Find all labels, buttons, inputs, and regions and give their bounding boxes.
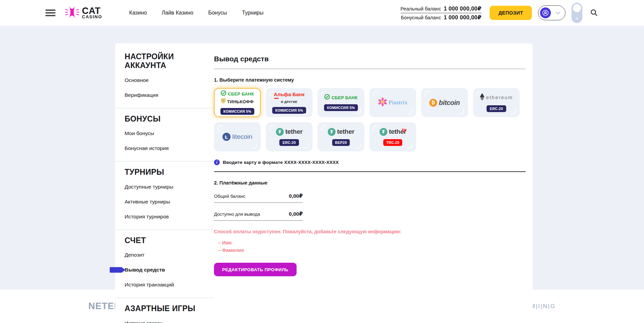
hamburger-menu-icon[interactable] xyxy=(45,8,56,18)
network-badge: BEP20 xyxy=(332,139,350,146)
bonus-balance-row: Бонусный баланс 1 000 000,00₽ xyxy=(401,13,481,22)
profile-menu-button[interactable] xyxy=(538,5,565,20)
warning-text: Способ оплаты недоступен. Пожалуйста, до… xyxy=(214,229,525,234)
chevron-down-icon xyxy=(556,10,560,16)
info-note-text: Вводите карту в формате XXXX-XXXX-XXXX-X… xyxy=(223,160,339,165)
sidebar-item-bet-history[interactable]: История ставок xyxy=(125,316,207,323)
payment-method-sber-bank[interactable]: СБЕР БАНК КОМИССИЯ 5% xyxy=(318,88,364,117)
payment-unavailable-warning: Способ оплаты недоступен. Пожалуйста, до… xyxy=(214,229,525,254)
commission-badge: КОМИССИЯ 5% xyxy=(220,108,255,115)
card-format-note: i Вводите карту в формате XXXX-XXXX-XXXX… xyxy=(214,159,525,165)
sber-check-icon xyxy=(324,94,330,101)
tron-icon xyxy=(402,128,407,134)
warning-item-last-name: – Фамилия xyxy=(218,246,525,254)
commission-badge: КОМИССИЯ 5% xyxy=(324,104,358,111)
sidebar-item-deposit[interactable]: Депозит xyxy=(125,247,207,262)
commission-badge: КОМИССИЯ 5% xyxy=(272,107,306,114)
litecoin-icon: Ł xyxy=(222,133,231,141)
tether-icon: ₮ xyxy=(328,128,336,136)
sidebar-item-bonus-history[interactable]: Бонусная история xyxy=(125,141,207,156)
sun-icon: ☀ xyxy=(575,17,579,21)
nav-item-tournaments[interactable]: Турниры xyxy=(242,10,264,16)
sidebar-item-available-tournaments[interactable]: Доступные турниры xyxy=(125,179,207,194)
piastrix-flower-icon xyxy=(378,98,387,108)
network-badge: ERC-20 xyxy=(279,139,299,146)
sidebar-item-my-bonuses[interactable]: Мои бонусы xyxy=(125,126,207,141)
step2-label: 2. Платёжные данные xyxy=(214,180,525,186)
total-balance-label: Общий баланс xyxy=(214,194,245,199)
payment-method-sber-tinkoff[interactable]: СБЕР БАНК ТИНЬКОФФ КОМИССИЯ 5% xyxy=(214,88,261,117)
payment-label: Piastrix xyxy=(389,99,408,106)
top-header: CAT CASINO Казино Лайв Казино Бонусы Тур… xyxy=(0,0,644,26)
sidebar-section-tournaments: ТУРНИРЫ Доступные турниры Активные турни… xyxy=(115,162,214,226)
cat-casino-logo[interactable]: CAT CASINO xyxy=(65,5,102,20)
available-balance-label: Доступно для вывода xyxy=(214,212,260,217)
header-right: Реальный баланс 1 000 000,00₽ Бонусный б… xyxy=(401,3,599,23)
sidebar-item-withdrawal[interactable]: Вывод средств xyxy=(125,262,207,277)
page-body: НАСТРОЙКИ АККАУНТА Основное Верификация … xyxy=(0,26,644,289)
sidebar-item-verification[interactable]: Верификация xyxy=(125,88,207,103)
payment-method-ethereum[interactable]: ethereum ERC-20 xyxy=(473,88,520,117)
payment-method-alfa-bank[interactable]: Альфа Банк И ДРУГИЕ КОМИССИЯ 5% xyxy=(266,88,313,117)
nav-item-bonuses[interactable]: Бонусы xyxy=(208,10,227,16)
payment-method-piastrix[interactable]: Piastrix xyxy=(369,88,416,117)
sidebar-section-gambling: АЗАРТНЫЕ ИГРЫ История ставок xyxy=(115,298,214,323)
balance-summary: Общий баланс 0,00₽ Доступно для вывода 0… xyxy=(214,193,303,221)
payment-label: ethereum xyxy=(486,95,513,100)
account-card: НАСТРОЙКИ АККАУНТА Основное Верификация … xyxy=(115,43,533,323)
ethereum-icon xyxy=(480,93,485,102)
payment-label: СБЕР БАНК xyxy=(228,91,254,96)
payment-label: ТИНЬКОФФ xyxy=(227,99,254,104)
available-balance-value: 0,00₽ xyxy=(289,211,303,217)
section-title: АЗАРТНЫЕ ИГРЫ xyxy=(125,304,196,313)
total-balance-value: 0,00₽ xyxy=(289,193,303,199)
sidebar-item-tournament-history[interactable]: История турниров xyxy=(125,209,207,224)
real-balance-label: Реальный баланс xyxy=(401,6,441,12)
info-icon: i xyxy=(214,159,220,165)
payment-method-tether-erc20[interactable]: ₮ tether ERC-20 xyxy=(266,122,313,151)
edit-profile-button[interactable]: РЕДАКТИРОВАТЬ ПРОФИЛЬ xyxy=(214,263,297,276)
payment-label: tether xyxy=(337,128,355,135)
title-divider xyxy=(214,69,525,69)
search-button[interactable] xyxy=(588,7,599,19)
toggle-knob xyxy=(573,4,581,12)
nav-item-casino[interactable]: Казино xyxy=(129,10,147,16)
payment-label: Альфа Банк xyxy=(274,91,305,97)
sidebar-section-account: СЧЕТ Депозит Вывод средств История транз… xyxy=(115,230,214,294)
tinkoff-shield-icon xyxy=(221,99,226,105)
warning-list: – Имя – Фамилия xyxy=(218,239,525,254)
payment-label: tether xyxy=(285,128,303,135)
step1-label: 1. Выберите платежную систему xyxy=(214,77,525,83)
bonus-balance-value: 1 000 000,00₽ xyxy=(444,14,481,21)
active-item-arrow-icon xyxy=(110,267,125,273)
sidebar-item-transaction-history[interactable]: История транзакций xyxy=(125,277,207,292)
bonus-balance-label: Бонусный баланс xyxy=(401,15,441,20)
network-badge: TRC-20 xyxy=(383,139,403,146)
balance-block: Реальный баланс 1 000 000,00₽ Бонусный б… xyxy=(401,4,481,22)
payment-method-tether-bep20[interactable]: ₮ tether BEP20 xyxy=(318,122,364,151)
nav-item-live-casino[interactable]: Лайв Казино xyxy=(162,10,193,16)
sber-check-icon xyxy=(221,90,226,97)
deposit-button[interactable]: ДЕПОЗИТ xyxy=(490,6,532,20)
sidebar-item-main[interactable]: Основное xyxy=(125,73,207,88)
sidebar-section-bonuses: БОНУСЫ Мои бонусы Бонусная история xyxy=(115,108,214,158)
sidebar-item-active-tournaments[interactable]: Активные турниры xyxy=(125,194,207,209)
payment-label: СБЕР БАНК xyxy=(331,95,358,100)
total-balance-row: Общий баланс 0,00₽ xyxy=(214,193,303,203)
sidebar-item-label: Вывод средств xyxy=(125,267,165,273)
payment-method-bitcoin[interactable]: ₿ bitcoin xyxy=(421,88,468,117)
logo-wordmark: CAT CASINO xyxy=(82,7,102,19)
payment-method-tether-trc20[interactable]: ₮ tether TRC-20 xyxy=(369,122,416,151)
alfa-underline-icon xyxy=(274,98,279,99)
section-divider xyxy=(214,171,525,172)
warning-item-first-name: – Имя xyxy=(218,239,525,246)
search-icon xyxy=(590,8,598,17)
payment-method-litecoin[interactable]: Ł litecoin xyxy=(214,122,261,151)
bitcoin-icon: ₿ xyxy=(429,99,437,107)
tether-icon: ₮ xyxy=(276,128,284,136)
theme-toggle[interactable]: ☀ xyxy=(572,3,582,23)
avatar xyxy=(540,7,551,18)
payment-label: bitcoin xyxy=(439,99,460,107)
real-balance-value: 1 000 000,00₽ xyxy=(444,5,481,12)
section-title: ТУРНИРЫ xyxy=(125,168,196,176)
